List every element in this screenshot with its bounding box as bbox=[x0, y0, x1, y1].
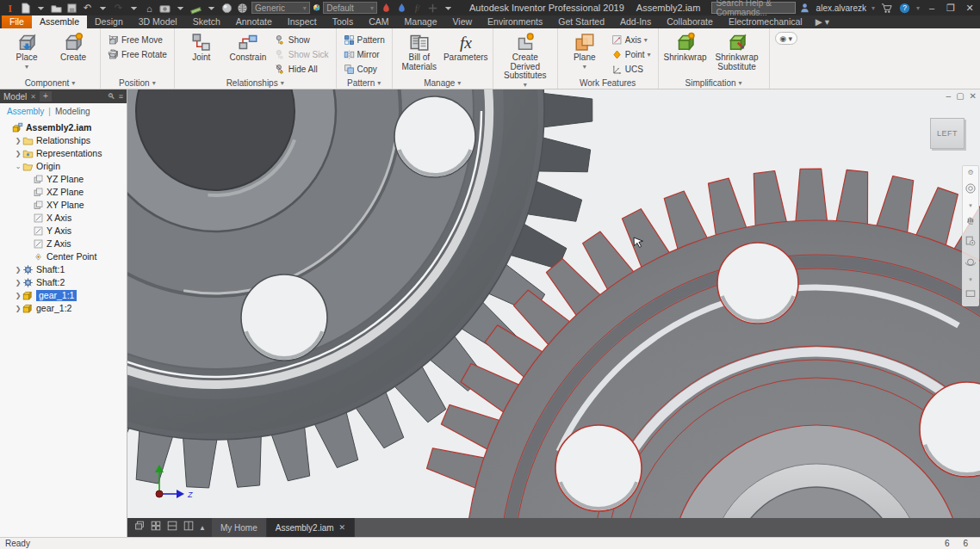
ribbon-tab-sketch[interactable]: Sketch bbox=[185, 15, 228, 28]
caret-button[interactable] bbox=[442, 2, 455, 15]
tree-item-gear-1-1[interactable]: ❯ gear_1:1 bbox=[0, 289, 127, 302]
signed-in-user[interactable]: alex.alvarezk bbox=[816, 3, 866, 13]
open-button[interactable] bbox=[50, 2, 63, 15]
ribbon-tab-file[interactable]: File bbox=[2, 15, 32, 28]
tree-item-shaft-1[interactable]: ❯ Shaft:1 bbox=[0, 263, 127, 276]
navbar-gear-icon[interactable]: ⚙ bbox=[967, 169, 973, 176]
ribbon-group-label[interactable]: Simplification ▾ bbox=[659, 77, 769, 89]
expand-icon[interactable]: ❯ bbox=[14, 137, 22, 145]
ribbon-tab-design[interactable]: Design bbox=[87, 15, 131, 28]
tree-item-x-axis[interactable]: X Axis bbox=[0, 212, 127, 225]
caret-button[interactable] bbox=[96, 2, 109, 15]
view-cube[interactable]: LEFT bbox=[930, 118, 964, 149]
tree-item-xz-plane[interactable]: XZ Plane bbox=[0, 186, 127, 199]
collapse-icon[interactable]: ⌄ bbox=[14, 163, 22, 170]
fx-small-button[interactable]: f/ bbox=[411, 2, 424, 15]
ribbon-tab-tools[interactable]: Tools bbox=[325, 15, 362, 28]
ribbon-group-label[interactable]: Relationships ▾ bbox=[175, 77, 336, 89]
win-tile-button[interactable] bbox=[150, 520, 162, 535]
3d-viewport[interactable]: Z – ▢ ✕ LEFT ⚙▾▾ bbox=[127, 89, 980, 518]
tutorial-gallery-icon[interactable]: ▶ ▾ bbox=[810, 15, 834, 28]
axis-button[interactable]: Axis▾ bbox=[609, 33, 654, 46]
hide-all-button[interactable]: Hide All bbox=[272, 62, 332, 76]
material-ball-button[interactable] bbox=[220, 2, 233, 15]
nav-pan-button[interactable] bbox=[964, 213, 977, 229]
minimize-button[interactable]: – bbox=[925, 3, 939, 13]
expand-icon[interactable]: ❯ bbox=[14, 150, 22, 157]
document-tab-assembly2-iam[interactable]: Assembly2.iam✕ bbox=[267, 518, 355, 537]
expand-icon[interactable]: ❯ bbox=[14, 279, 22, 287]
globe-button[interactable] bbox=[236, 2, 249, 15]
copy-button[interactable]: Copy bbox=[341, 62, 388, 76]
search-input[interactable]: Search Help & Commands... bbox=[711, 2, 795, 14]
material-select[interactable]: Generic▾ bbox=[251, 2, 310, 14]
adjust-blue-button[interactable] bbox=[395, 2, 408, 15]
redo-button[interactable]: ↷ bbox=[112, 2, 125, 15]
pattern-button[interactable]: Pattern bbox=[341, 33, 388, 46]
tree-item-z-axis[interactable]: Z Axis bbox=[0, 237, 127, 250]
measure-button[interactable] bbox=[189, 2, 202, 15]
ribbon-tab-get-started[interactable]: Get Started bbox=[550, 15, 612, 28]
win-cascade-button[interactable] bbox=[133, 520, 146, 535]
expand-icon[interactable]: ❯ bbox=[14, 266, 22, 274]
ribbon-group-label[interactable]: Pattern ▾ bbox=[337, 77, 392, 89]
ribbon-group-label[interactable]: Position ▾ bbox=[101, 77, 174, 89]
create-derived-substitutes-button[interactable]: Create Derived Substitutes▾ bbox=[498, 30, 553, 89]
nav-orbit-button[interactable] bbox=[964, 256, 977, 272]
view-assembly[interactable]: Assembly bbox=[7, 107, 44, 116]
tree-item-y-axis[interactable]: Y Axis bbox=[0, 225, 127, 237]
screenshot-button[interactable] bbox=[158, 2, 171, 15]
bill-of-materials-button[interactable]: Bill of Materials bbox=[397, 30, 442, 77]
save-button[interactable] bbox=[65, 2, 78, 15]
plane-button[interactable]: Plane▾ bbox=[562, 30, 607, 77]
tree-item-gear-1-2[interactable]: ❯ gear_1:2 bbox=[0, 302, 127, 315]
caret-button[interactable] bbox=[34, 2, 47, 15]
chevron-down-icon[interactable]: ▾ bbox=[969, 278, 972, 281]
search-icon[interactable]: 🔍︎ bbox=[108, 92, 115, 101]
create-button[interactable]: Create bbox=[51, 30, 96, 77]
close-icon[interactable]: ✕ bbox=[339, 523, 346, 532]
appearance-select[interactable]: Default▾ bbox=[323, 2, 377, 14]
free-rotate-button[interactable]: Free Rotate bbox=[105, 47, 170, 61]
expand-icon[interactable]: ❯ bbox=[14, 292, 22, 299]
shrinkwrap-substitute-button[interactable]: Shrinkwrap Substitute bbox=[710, 30, 765, 77]
point-button[interactable]: Point▾ bbox=[609, 47, 654, 61]
nav-zoom-button[interactable] bbox=[964, 235, 977, 250]
caret-button[interactable] bbox=[205, 2, 218, 15]
plus-button[interactable] bbox=[426, 2, 439, 15]
ribbon-tab-add-ins[interactable]: Add-Ins bbox=[612, 15, 659, 28]
adjust-red-button[interactable] bbox=[380, 2, 393, 15]
chevron-down-icon[interactable]: ▾ bbox=[969, 204, 972, 207]
nav-lookat-button[interactable] bbox=[964, 287, 977, 303]
ribbon-overflow-button[interactable]: ◉ ▾ bbox=[775, 32, 797, 45]
doc-restore-button[interactable]: ▢ bbox=[956, 91, 964, 101]
help-icon[interactable]: ? bbox=[898, 2, 911, 15]
win-vsplit-button[interactable] bbox=[183, 520, 195, 535]
menu-icon[interactable]: ≡ bbox=[119, 92, 123, 101]
chevron-down-icon[interactable]: ▾ bbox=[916, 4, 920, 12]
ribbon-group-label[interactable]: Manage ▾ bbox=[393, 77, 493, 89]
ribbon-tab-assemble[interactable]: Assemble bbox=[32, 15, 87, 28]
ucs-button[interactable]: UCS bbox=[609, 62, 654, 76]
ribbon-tab-environments[interactable]: Environments bbox=[480, 15, 550, 28]
caret-button[interactable] bbox=[174, 2, 187, 15]
tree-item-origin[interactable]: ⌄ Origin bbox=[0, 160, 127, 173]
shrinkwrap-button[interactable]: Shrinkwrap bbox=[663, 30, 708, 77]
tree-item-assembly2-iam[interactable]: Assembly2.iam bbox=[0, 121, 127, 134]
show-button[interactable]: Show bbox=[272, 33, 332, 46]
tree-item-relationships[interactable]: ❯ Relationships bbox=[0, 134, 127, 147]
ribbon-tab-view[interactable]: View bbox=[445, 15, 481, 28]
inventor-logo-button[interactable]: I bbox=[3, 2, 16, 15]
ribbon-tab-inspect[interactable]: Inspect bbox=[280, 15, 325, 28]
doc-close-button[interactable]: ✕ bbox=[970, 91, 977, 101]
constrain-button[interactable]: Constrain bbox=[226, 30, 270, 77]
ribbon-group-label[interactable]: Component ▾ bbox=[0, 77, 100, 89]
nav-wheel-button[interactable] bbox=[964, 182, 977, 198]
document-tab-my-home[interactable]: My Home bbox=[212, 518, 267, 537]
ribbon-tab-3d-model[interactable]: 3D Model bbox=[131, 15, 185, 28]
ribbon-tab-manage[interactable]: Manage bbox=[397, 15, 445, 28]
tree-item-yz-plane[interactable]: YZ Plane bbox=[0, 173, 127, 186]
tree-item-xy-plane[interactable]: XY Plane bbox=[0, 199, 127, 212]
tree-item-shaft-2[interactable]: ❯ Shaft:2 bbox=[0, 276, 127, 289]
add-panel-button[interactable]: + bbox=[40, 91, 52, 102]
